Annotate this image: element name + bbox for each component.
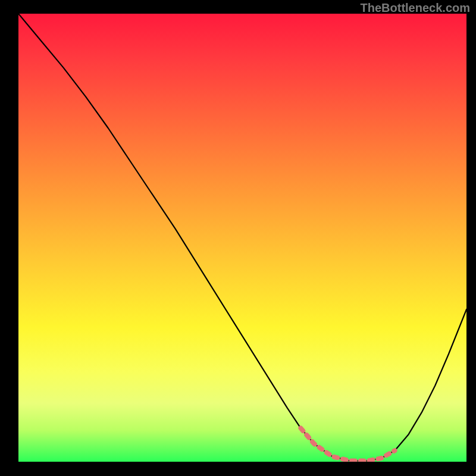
chart-plot-area	[18, 14, 466, 462]
optimal-region-marker	[300, 428, 394, 461]
bottleneck-curve-svg	[18, 14, 466, 462]
bottleneck-curve	[18, 14, 466, 461]
watermark-text: TheBottleneck.com	[361, 1, 470, 15]
